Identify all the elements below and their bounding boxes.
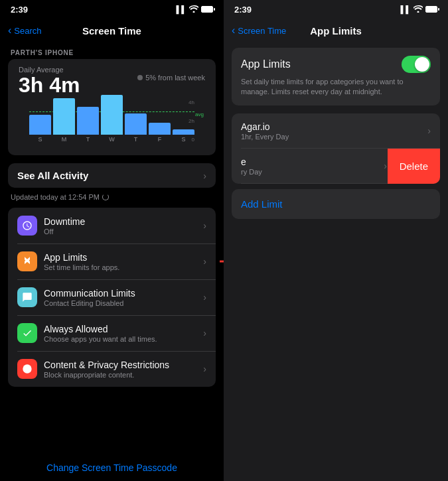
menu-list: Downtime Off › App Limits Set time limit…	[8, 208, 216, 387]
content-privacy-icon	[17, 359, 37, 379]
time-left: 2:39	[11, 5, 28, 15]
back-button-left[interactable]: ‹ Search	[8, 25, 42, 36]
chart-y-labels: 4h 2h 0	[188, 100, 194, 143]
app-limits-chevron: ›	[203, 256, 206, 267]
red-arrow	[220, 256, 224, 267]
content-privacy-title: Content & Privacy Restrictions	[44, 360, 203, 370]
app-limits-subtitle: Set time limits for apps.	[44, 263, 203, 271]
communication-icon	[17, 287, 37, 307]
daily-comparison: 5% from last week	[137, 74, 205, 84]
see-activity-title: See All Activity	[17, 170, 88, 181]
back-button-right[interactable]: ‹ Screen Time	[232, 25, 286, 36]
bar-t2	[125, 113, 147, 135]
status-bar-right: 2:39 ▌▌	[224, 0, 448, 19]
app-limits-title: App Limits	[44, 252, 203, 263]
always-allowed-title: Always Allowed	[44, 324, 203, 334]
communication-limits-item[interactable]: Communication Limits Contact Editing Dis…	[8, 279, 216, 315]
bar-t1	[77, 107, 99, 135]
app-limits-desc: Set daily time limits for app categories…	[241, 77, 431, 98]
agar-limit: 1hr, Every Day	[241, 133, 427, 141]
comparison-text: 5% from last week	[145, 74, 205, 82]
back-chevron-right: ‹	[232, 25, 235, 36]
updated-text: Updated today at 12:54 PM	[0, 190, 224, 205]
downtime-chevron: ›	[203, 220, 206, 231]
battery-icon-right	[425, 6, 437, 13]
avg-label: avg	[195, 111, 204, 117]
status-bar-left: 2:39 ▌▌	[0, 0, 224, 19]
chart-bars: S M T W T	[19, 100, 205, 143]
battery-icon	[201, 6, 213, 13]
chart-bar-w: W	[101, 95, 123, 143]
chart-bar-t2: T	[125, 113, 147, 143]
second-app-container: e ry Day › Delete	[232, 149, 440, 184]
communication-text: Communication Limits Contact Editing Dis…	[44, 288, 203, 307]
always-allowed-chevron: ›	[203, 328, 206, 338]
second-app-name: e	[241, 157, 384, 167]
add-limit-button[interactable]: Add Limit	[232, 189, 440, 219]
wifi-icon-right	[413, 5, 423, 14]
toggle-knob	[415, 57, 429, 72]
content-privacy-text: Content & Privacy Restrictions Block ina…	[44, 360, 203, 379]
app-limits-header-title: App Limits	[241, 58, 291, 70]
daily-label: Daily Average	[19, 62, 205, 74]
app-limits-toggle[interactable]	[402, 56, 431, 73]
communication-subtitle: Contact Editing Disabled	[44, 299, 203, 307]
updated-label: Updated today at 12:54 PM	[11, 193, 100, 201]
content-privacy-item[interactable]: Content & Privacy Restrictions Block ina…	[8, 351, 216, 387]
delete-button[interactable]: Delete	[388, 149, 440, 184]
status-icons-right: ▌▌	[400, 5, 437, 14]
chart-bar-m: M	[53, 98, 75, 143]
back-label-right: Screen Time	[238, 26, 286, 36]
always-allowed-item[interactable]: Always Allowed Choose apps you want at a…	[8, 315, 216, 351]
see-all-activity-item[interactable]: See All Activity ›	[8, 163, 216, 188]
app-limits-icon	[17, 251, 37, 271]
device-label: PARTH'S IPHONE	[0, 42, 224, 59]
comparison-dot	[137, 75, 143, 80]
right-panel: 2:39 ▌▌ ‹ Screen Time App Limits App Lim…	[224, 0, 448, 481]
agar-chevron: ›	[427, 125, 431, 136]
agar-name: Agar.io	[241, 121, 427, 132]
second-app-limit: ry Day	[241, 168, 384, 176]
bar-w	[101, 95, 123, 135]
app-limits-text: App Limits Set time limits for apps.	[44, 252, 203, 271]
communication-chevron: ›	[203, 292, 206, 303]
time-right: 2:39	[234, 5, 252, 15]
signal-icon: ▌▌	[176, 5, 187, 13]
bar-s1	[29, 115, 51, 135]
downtime-subtitle: Off	[44, 228, 203, 236]
chart-bar-s1: S	[29, 115, 51, 143]
bar-f	[149, 123, 171, 135]
downtime-text: Downtime Off	[44, 216, 203, 236]
wifi-icon	[189, 5, 198, 14]
second-app-chevron: ›	[384, 161, 387, 171]
see-activity-section: See All Activity ›	[8, 163, 216, 188]
downtime-icon	[17, 216, 37, 236]
nav-bar-left: ‹ Search Screen Time	[0, 19, 224, 42]
app-limits-item[interactable]: App Limits Set time limits for apps. ›	[8, 243, 216, 279]
always-allowed-icon	[17, 323, 37, 343]
chart-bar-f: F	[149, 123, 171, 143]
back-chevron-left: ‹	[8, 25, 11, 36]
app-limits-header: App Limits Set daily time limits for app…	[232, 48, 440, 105]
second-app-text: e ry Day	[241, 157, 384, 176]
nav-title-right: App Limits	[310, 25, 362, 36]
chart-bar-t1: T	[77, 107, 99, 143]
back-label-left: Search	[14, 26, 41, 36]
see-activity-chevron: ›	[203, 171, 206, 181]
left-panel: 2:39 ▌▌ ‹ Search Screen Time PARTH'S IPH…	[0, 0, 224, 481]
agar-item[interactable]: Agar.io 1hr, Every Day ›	[232, 113, 440, 149]
app-list: Agar.io 1hr, Every Day › e ry Day › Dele…	[232, 113, 440, 184]
downtime-title: Downtime	[44, 216, 203, 227]
content-privacy-chevron: ›	[203, 364, 206, 374]
nav-bar-right: ‹ Screen Time App Limits	[224, 19, 448, 42]
agar-text: Agar.io 1hr, Every Day	[241, 121, 427, 141]
loading-spinner	[102, 194, 109, 200]
content-privacy-subtitle: Block inappropriate content.	[44, 371, 203, 379]
nav-title-left: Screen Time	[82, 25, 141, 36]
chart-container: S M T W T	[19, 97, 205, 150]
daily-time: 3h 4m	[19, 74, 80, 97]
change-passcode-button[interactable]: Change Screen Time Passcode	[0, 454, 224, 481]
app-limits-toggle-row: App Limits	[241, 56, 431, 73]
always-allowed-text: Always Allowed Choose apps you want at a…	[44, 324, 203, 343]
downtime-item[interactable]: Downtime Off ›	[8, 208, 216, 243]
